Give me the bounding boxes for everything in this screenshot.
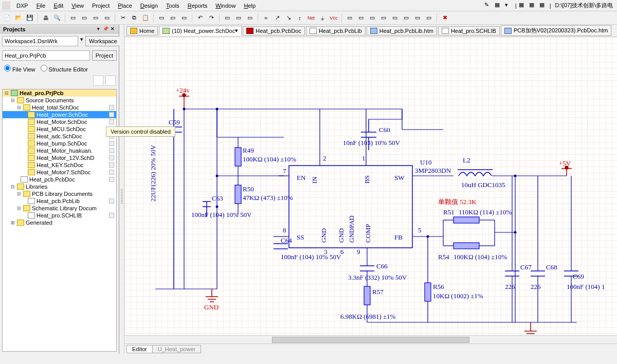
menu-reports[interactable]: Reports — [184, 2, 212, 10]
tree-doc-1[interactable]: Heat_Motor.SchDoc — [3, 118, 116, 125]
new-button[interactable]: 📄 — [2, 13, 12, 23]
tree-doc-6[interactable]: Heat_Motor_12V.SchD — [3, 154, 116, 161]
chevron-down-icon[interactable]: ▾ — [235, 27, 238, 34]
tree-doc-4[interactable]: Heat_bump.SchDoc — [3, 140, 116, 147]
wand-icon[interactable]: ✎ — [484, 2, 493, 10]
cut-button[interactable]: ✂ — [118, 13, 128, 23]
workspace-input[interactable] — [2, 36, 78, 46]
tree-gen[interactable]: ⊞Generated — [3, 219, 116, 226]
workspace-dropdown-icon[interactable]: ▾ — [80, 36, 83, 46]
tree-pcblib[interactable]: Heat_pcb.PcbLib — [3, 197, 116, 205]
tb-btn-m3[interactable]: ▭ — [245, 13, 255, 23]
panel-tool-1[interactable] — [93, 76, 103, 86]
tree-pcb[interactable]: Heat_pcb.PcbDoc — [3, 176, 116, 183]
tree-pcblibf[interactable]: ⊟PCB Library Documents — [3, 190, 116, 197]
menu-file[interactable]: File — [32, 2, 50, 10]
tb-btn-b8[interactable]: ▭ — [424, 13, 434, 23]
tb-btn-4[interactable]: ▭ — [102, 13, 112, 23]
menu-design[interactable]: Design — [136, 2, 162, 10]
tab-pcb-heat-v02[interactable]: PCB加热V02(20200323).PcbDoc.htm — [501, 25, 611, 36]
tb-btn-m1[interactable]: ▭ — [222, 13, 232, 23]
panel-pin-icon[interactable]: 📌 — [102, 26, 108, 32]
grid1-icon[interactable]: ▦ — [519, 2, 527, 10]
menu-view[interactable]: View — [67, 2, 88, 10]
tb-btn-b6[interactable]: ▭ — [401, 13, 411, 23]
tb-btn-b3[interactable]: ▭ — [367, 13, 377, 23]
pcb-icon — [246, 28, 253, 34]
menu-project[interactable]: Project — [88, 2, 114, 10]
project-input[interactable] — [2, 50, 90, 61]
tb-btn-b7[interactable]: ▭ — [412, 13, 423, 23]
tree-schlibf[interactable]: ⊟Schematic Library Docum — [3, 205, 116, 212]
tb-btn-3[interactable]: ▭ — [90, 13, 101, 23]
redo-button[interactable]: ↷ — [206, 13, 216, 23]
tb-btn-5[interactable]: ▭ — [156, 13, 167, 23]
menu-help[interactable]: Help — [240, 2, 260, 10]
grid2-icon[interactable]: ▦ — [529, 2, 537, 10]
tb-btn-7[interactable]: ▭ — [179, 13, 189, 23]
paste-button[interactable]: 📋 — [140, 13, 151, 23]
tb-btn-b1[interactable]: ▭ — [344, 13, 355, 23]
tb-btn-b5[interactable]: ▭ — [390, 13, 400, 23]
tab-uheatpower[interactable]: U_Heat_power — [152, 345, 201, 353]
grid3-icon[interactable]: ▦ — [539, 2, 548, 10]
horizontal-scrollbar[interactable] — [124, 335, 617, 343]
panel-close-icon[interactable]: ✕ — [110, 26, 116, 32]
panel-resizer[interactable] — [119, 25, 124, 354]
project-button[interactable]: Project — [92, 50, 117, 61]
tb-btn-a1[interactable]: ≈ — [261, 13, 271, 23]
preview-button[interactable]: 🔍 — [52, 13, 62, 23]
schematic-canvas[interactable]: +24v C59 22UF(226) 20% 50V GND — [124, 37, 617, 335]
tb-btn-a2[interactable]: ↗ — [272, 13, 282, 23]
tab-heat-pcblib[interactable]: Heat_pcb.PcbLib — [306, 26, 366, 35]
menu-edit[interactable]: Edit — [49, 2, 67, 10]
tab-heat-power[interactable]: (10) Heat_power.SchDoc ▾ — [159, 26, 242, 35]
tree-total[interactable]: ⊟Heat_total.SchDoc — [3, 104, 116, 111]
tree-doc-0[interactable]: Heat_power.SchDoc — [3, 111, 116, 118]
print-button[interactable]: 🖶 — [41, 13, 51, 23]
tree-doc-5[interactable]: Heat_Motor_huakuan. — [3, 147, 116, 154]
tb-vcc[interactable]: Vcc — [329, 13, 339, 23]
tree-doc-3[interactable]: Heat_adc.SchDoc — [3, 133, 116, 140]
menu-window[interactable]: Window — [211, 2, 240, 10]
tab-heat-pcblib-htm[interactable]: Heat_pcb.PcbLib.htm — [367, 26, 437, 35]
tree-doc-8[interactable]: Heat_Motor7.SchDoc — [3, 169, 116, 176]
undo-button[interactable]: ↶ — [195, 13, 205, 23]
tree-src[interactable]: ⊟Source Documents — [3, 97, 116, 104]
svg-text:3MP2803DN: 3MP2803DN — [415, 167, 451, 174]
menu-tools[interactable]: Tools — [162, 2, 184, 10]
tab-heat-pcb[interactable]: Heat_pcb.PcbDoc — [243, 26, 305, 35]
tree-libs[interactable]: ⊟Libraries — [3, 183, 116, 190]
tree-doc-2[interactable]: Heat_MCU.SchDoc — [3, 125, 116, 133]
tb-btn-a4[interactable]: ↕ — [295, 13, 305, 23]
tab-heat-schlib[interactable]: Heat_pro.SCHLIB — [438, 26, 500, 35]
structure-editor-radio[interactable]: Structure Editor — [41, 65, 88, 72]
tree-doc-7[interactable]: Heat_KEY.SchDoc — [3, 161, 116, 169]
menu-dxp[interactable]: DXP — [12, 2, 32, 10]
project-tree[interactable]: ⊟Heat_pro.PrjPcb ⊟Source Documents ⊟Heat… — [2, 89, 117, 352]
tb-btn-m2[interactable]: ▭ — [233, 13, 244, 23]
tb-cancel-button[interactable]: ✖ — [440, 13, 450, 23]
dropdown-icon[interactable]: ▾ — [505, 2, 513, 10]
tb-btn-6[interactable]: ▭ — [168, 13, 178, 23]
tab-home[interactable]: Home — [126, 26, 158, 35]
layers-icon[interactable]: ▦ — [495, 2, 503, 10]
menu-place[interactable]: Place — [114, 2, 136, 10]
tree-schlib[interactable]: Heat_pro.SCHLIB — [3, 212, 116, 219]
tab-editor[interactable]: Editor — [126, 345, 153, 353]
workspace-button[interactable]: Workspace — [85, 36, 121, 46]
tb-btn-b4[interactable]: ▭ — [378, 13, 389, 23]
open-button[interactable]: 📂 — [13, 13, 24, 23]
tb-btn-b2[interactable]: ▭ — [356, 13, 366, 23]
panel-menu-icon[interactable]: ▾ — [95, 26, 101, 32]
tb-btn-2[interactable]: ▭ — [79, 13, 89, 23]
tb-net[interactable]: Net — [306, 13, 316, 23]
tb-btn-a3[interactable]: ↘ — [283, 13, 294, 23]
tb-btn-1[interactable]: ▭ — [68, 13, 78, 23]
tree-root[interactable]: ⊟Heat_pro.PrjPcb — [3, 89, 116, 97]
copy-button[interactable]: ⧉ — [129, 13, 139, 23]
tb-btn-a5[interactable]: ⏚ — [317, 13, 328, 23]
panel-tool-2[interactable] — [105, 76, 116, 86]
file-view-radio[interactable]: File View — [4, 65, 35, 72]
save-button[interactable]: 💾 — [25, 13, 35, 23]
